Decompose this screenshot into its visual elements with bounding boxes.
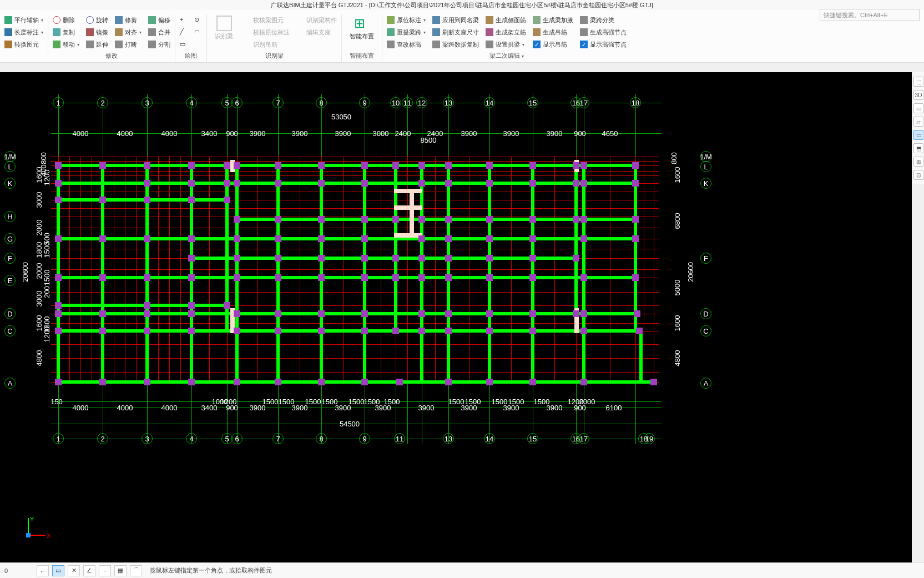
column-node[interactable] xyxy=(529,255,536,262)
column-node[interactable] xyxy=(392,255,399,262)
view-tool-1[interactable]: 3D xyxy=(913,90,923,100)
column-node[interactable] xyxy=(418,255,425,262)
column-node[interactable] xyxy=(361,310,368,317)
beam-v[interactable] xyxy=(639,331,643,383)
trim-btn[interactable]: 修剪 xyxy=(115,14,142,26)
column-node[interactable] xyxy=(55,328,62,334)
column-node[interactable] xyxy=(55,274,62,281)
gen-stirrup-btn[interactable]: 生成吊筋 xyxy=(533,27,573,38)
snap-grid-btn[interactable]: ▦ xyxy=(114,565,127,576)
beam-h[interactable] xyxy=(189,257,577,260)
column-node[interactable] xyxy=(234,180,240,187)
column-node[interactable] xyxy=(529,274,536,281)
column-node[interactable] xyxy=(99,197,106,203)
column-node[interactable] xyxy=(418,310,425,317)
line-btn[interactable]: ╱ xyxy=(180,27,188,38)
column-node[interactable] xyxy=(636,328,643,334)
smart-layout-btn[interactable]: ⊞ 智能布置 xyxy=(346,14,377,51)
column-node[interactable] xyxy=(188,180,195,187)
parallel-axis-btn[interactable]: 平行辅轴▾ xyxy=(4,14,43,26)
column-node[interactable] xyxy=(486,274,493,281)
snap-rect-btn[interactable]: ▭ xyxy=(52,565,64,576)
column-node[interactable] xyxy=(234,274,240,281)
column-node[interactable] xyxy=(55,180,62,187)
view-tool-5[interactable]: ⬒ xyxy=(913,143,923,153)
column-node[interactable] xyxy=(99,162,106,169)
column-node[interactable] xyxy=(188,379,195,385)
apply-same-name-btn[interactable]: 应用到同名梁 xyxy=(432,14,479,26)
search-input[interactable]: 快捷键搜索。Ctrl+Alt+E xyxy=(820,9,920,21)
point-btn[interactable]: + xyxy=(180,14,188,26)
column-node[interactable] xyxy=(361,328,368,334)
column-node[interactable] xyxy=(445,310,452,317)
column-node[interactable] xyxy=(275,235,281,242)
mirror-btn[interactable]: 镜像 xyxy=(86,27,108,38)
column-node[interactable] xyxy=(318,180,325,187)
extend-btn[interactable]: 延伸 xyxy=(86,39,108,50)
column-node[interactable] xyxy=(188,162,195,169)
column-node[interactable] xyxy=(486,379,493,385)
column-node[interactable] xyxy=(188,302,195,309)
column-node[interactable] xyxy=(318,379,325,385)
column-node[interactable] xyxy=(580,274,587,281)
column-node[interactable] xyxy=(234,328,240,334)
column-node[interactable] xyxy=(650,379,657,385)
column-node[interactable] xyxy=(392,162,399,169)
column-node[interactable] xyxy=(275,379,281,385)
column-node[interactable] xyxy=(486,180,493,187)
column-node[interactable] xyxy=(188,255,195,262)
rect-btn[interactable]: ▭ xyxy=(180,39,188,50)
column-node[interactable] xyxy=(486,310,493,317)
offset-btn[interactable]: 偏移 xyxy=(148,14,170,26)
convert-element-btn[interactable]: 转换图元 xyxy=(4,39,43,50)
gen-strong-node-btn[interactable]: 生成高强节点 xyxy=(580,27,627,38)
refresh-support-btn[interactable]: 刷新支座尺寸 xyxy=(432,27,479,38)
column-node[interactable] xyxy=(580,162,587,169)
show-strong-node-chk[interactable]: ✓显示高强节点 xyxy=(580,39,627,50)
column-node[interactable] xyxy=(392,216,399,223)
column-node[interactable] xyxy=(318,328,325,334)
column-node[interactable] xyxy=(99,310,106,317)
column-node[interactable] xyxy=(580,379,587,385)
column-node[interactable] xyxy=(445,162,452,169)
column-node[interactable] xyxy=(445,379,452,385)
drawing-canvas[interactable]: YX 1234567891011121314151617181234567891… xyxy=(0,72,912,562)
column-node[interactable] xyxy=(275,310,281,317)
column-node[interactable] xyxy=(361,180,368,187)
snap-angle-btn[interactable]: ∠ xyxy=(83,565,95,576)
gen-erect-rebar-btn[interactable]: 生成架立筋 xyxy=(486,27,526,38)
column-node[interactable] xyxy=(445,274,452,281)
column-node[interactable] xyxy=(144,274,150,281)
column-node[interactable] xyxy=(55,235,62,242)
column-node[interactable] xyxy=(573,216,579,223)
column-node[interactable] xyxy=(529,379,536,385)
beam-v[interactable] xyxy=(574,165,578,331)
column-node[interactable] xyxy=(632,180,639,187)
column-node[interactable] xyxy=(486,255,493,262)
column-node[interactable] xyxy=(99,379,106,385)
view-tool-0[interactable]: ⬚ xyxy=(913,77,923,87)
column-node[interactable] xyxy=(318,310,325,317)
column-node[interactable] xyxy=(318,274,325,281)
column-node[interactable] xyxy=(418,328,425,334)
column-node[interactable] xyxy=(580,180,587,187)
column-node[interactable] xyxy=(318,235,325,242)
gen-side-rebar-btn[interactable]: 生成侧面筋 xyxy=(486,14,526,26)
column-node[interactable] xyxy=(632,274,639,281)
column-node[interactable] xyxy=(580,310,587,317)
column-node[interactable] xyxy=(418,235,425,242)
column-node[interactable] xyxy=(580,235,587,242)
column-node[interactable] xyxy=(632,235,639,242)
column-node[interactable] xyxy=(445,235,452,242)
column-node[interactable] xyxy=(144,180,150,187)
column-node[interactable] xyxy=(486,162,493,169)
view-tool-6[interactable]: ⊞ xyxy=(913,157,923,167)
column-node[interactable] xyxy=(234,162,240,169)
re-span-btn[interactable]: 重提梁跨▾ xyxy=(387,27,426,38)
view-tool-7[interactable]: ⊡ xyxy=(913,170,923,180)
rotate-btn[interactable]: 旋转 xyxy=(86,14,108,26)
column-node[interactable] xyxy=(234,216,240,223)
span-class-btn[interactable]: 梁跨分类 xyxy=(580,14,627,26)
column-node[interactable] xyxy=(486,235,493,242)
column-node[interactable] xyxy=(445,328,452,334)
